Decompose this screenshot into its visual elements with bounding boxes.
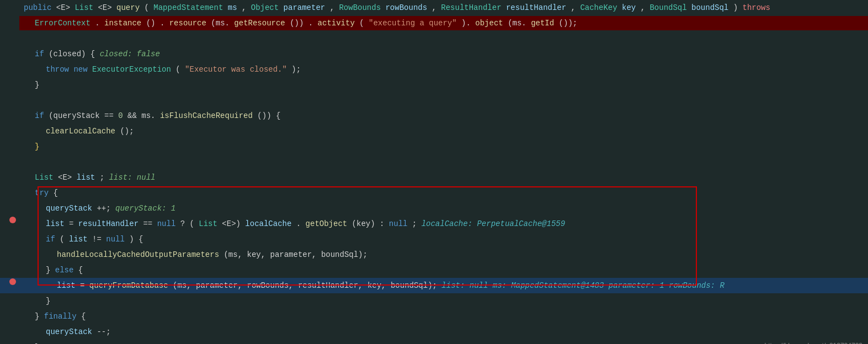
line-content-18: } else {	[19, 263, 868, 277]
notnull-op: !=	[92, 235, 106, 244]
paren-clear: ();	[120, 127, 134, 136]
type-mapped: MappedStatement	[153, 3, 223, 12]
line-content-11	[19, 155, 868, 169]
indent18	[24, 266, 46, 275]
eq-null: ==	[143, 219, 157, 228]
line-content-10: }	[19, 139, 868, 154]
dot-getobj: .	[296, 219, 301, 228]
code-line-4: if (closed) { closed: false	[0, 46, 868, 62]
fn-query: query	[116, 3, 140, 12]
pp-op: ++;	[97, 204, 115, 213]
dot4: ).	[461, 19, 471, 28]
fn-activity: activity	[318, 19, 355, 28]
code-line-20: }	[0, 293, 868, 309]
code-line-8: if (queryStack == 0 && ms. isFlushCacheR…	[0, 108, 868, 123]
type-executor-exception: ExecutorException	[92, 65, 171, 74]
type-list: List	[74, 3, 93, 12]
eq2: =	[80, 281, 89, 290]
paren-handle: (ms, key, parameter, boundSql);	[223, 250, 367, 259]
fn-clearLocalCache: clearLocalCache	[46, 127, 115, 136]
param-key: key	[622, 3, 636, 12]
code-line-13: try {	[0, 185, 868, 201]
eq1: =	[69, 219, 78, 228]
indent9	[24, 127, 46, 136]
str-val-executor: "Executor was closed."	[185, 65, 287, 74]
comma1: ,	[242, 3, 251, 12]
debug-closed: closed: false	[100, 50, 160, 58]
fn-object: object	[475, 19, 503, 28]
line-content-19: list = queryFromDatabase (ms, parameter,…	[19, 278, 868, 293]
str-executing: (	[359, 19, 364, 28]
line-content-16: if ( list != null ) {	[19, 232, 868, 246]
brace-yellow: }	[24, 142, 39, 151]
parens3: ())	[290, 19, 303, 28]
code-line-12: List <E> list ; list: null	[0, 170, 868, 185]
semi1: );	[291, 65, 301, 74]
code-line-18: } else {	[0, 262, 868, 278]
type-boundsql: BoundSql	[649, 3, 686, 12]
paren-flush: ()) {	[257, 111, 280, 120]
parens4: (ms.	[508, 19, 526, 28]
breakpoint-15	[9, 217, 16, 223]
line-content-22: queryStack --;	[19, 325, 868, 339]
kw-null2: null	[389, 219, 408, 228]
brace-finally: {	[81, 312, 86, 321]
code-line-3	[0, 31, 868, 46]
indent12	[24, 173, 35, 182]
gutter-15	[0, 217, 19, 223]
line-content-20: }	[19, 294, 868, 308]
line-content-13: try {	[19, 186, 868, 200]
type-resulthandler: ResultHandler	[441, 3, 501, 12]
indent2	[24, 19, 35, 28]
line-content-4: if (closed) { closed: false	[19, 47, 868, 61]
line-content-23: }	[19, 340, 868, 344]
semi2: ;	[100, 173, 109, 182]
code-line-14: queryStack ++; queryStack: 1	[0, 201, 868, 216]
line-content-1: public <E> List <E> query ( MappedStatem…	[19, 1, 868, 15]
debug-localcache: localCache: PerpetualCache@1559	[422, 219, 565, 228]
indent17	[24, 250, 57, 259]
kw-if3: if	[46, 235, 60, 244]
code-line-1: public <E> List <E> query ( MappedStatem…	[0, 0, 868, 15]
var-list: list	[77, 173, 95, 182]
code-editor: public <E> List <E> query ( MappedStatem…	[0, 0, 868, 344]
indent4	[24, 50, 35, 58]
param-ms: ms	[228, 3, 237, 12]
breakpoint-19	[9, 278, 16, 285]
param-parameter: parameter	[284, 3, 326, 12]
gutter-19	[0, 278, 19, 285]
indent15	[24, 219, 46, 228]
indent14	[24, 204, 46, 213]
indent13	[24, 189, 35, 197]
fn-handle: handleLocallyCachedOutputParameters	[57, 250, 219, 259]
generic-e2: <E>	[98, 3, 116, 12]
kw-else: else	[55, 266, 74, 275]
code-line-21: } finally {	[0, 309, 868, 324]
str-executor: (	[175, 65, 180, 74]
dot2: .	[160, 19, 164, 28]
brace-try: {	[54, 189, 58, 197]
code-line-17: handleLocallyCachedOutputParameters (ms,…	[0, 247, 868, 262]
brace-if2: ) {	[129, 235, 143, 244]
var-localcache: localCache	[245, 219, 291, 228]
type-object: Object	[251, 3, 279, 12]
kw-finally: finally	[44, 312, 81, 321]
fn-getresource: getResource	[234, 19, 285, 28]
line-content-3	[19, 31, 868, 46]
paren-querystack: (queryStack ==	[49, 111, 118, 120]
type-rowbounds: RowBounds	[339, 3, 381, 12]
line-content-8: if (queryStack == 0 && ms. isFlushCacheR…	[19, 109, 868, 123]
paren-key: (key) :	[352, 219, 389, 228]
dot3: .	[308, 19, 313, 28]
kw-if: if	[35, 50, 49, 58]
code-line-6: }	[0, 77, 868, 93]
paren-qdb: (ms, parameter, rowBounds, resultHandler…	[173, 281, 441, 290]
parens5: ());	[559, 19, 578, 28]
param-rowbounds: rowBounds	[385, 3, 427, 12]
code-line-9: clearLocalCache ();	[0, 123, 868, 139]
type-list2: List	[35, 173, 54, 182]
dot1: .	[95, 19, 99, 28]
paren-closed: (closed) {	[49, 50, 99, 58]
indent8	[24, 111, 35, 120]
var-resulthandler: resultHandler	[78, 219, 139, 228]
